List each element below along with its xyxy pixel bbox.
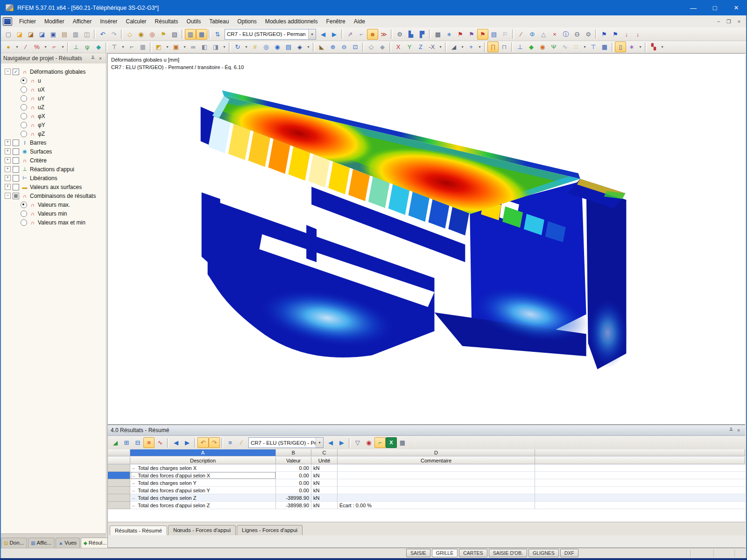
navigator-tab[interactable]: ▲ Vues	[56, 538, 80, 548]
separator[interactable]	[121, 29, 123, 39]
table-grid-toggle-icon[interactable]: ▦	[196, 29, 207, 40]
menu-item[interactable]: Aide	[350, 16, 369, 27]
find-in-table-icon[interactable]: ◉	[363, 437, 374, 448]
value-cell[interactable]: -38998.90	[276, 502, 311, 509]
jump-forward-icon[interactable]: ↷	[209, 437, 220, 448]
tree-item-valeurs-min[interactable]: ∩ Valeurs min	[2, 209, 106, 218]
section-cut-icon[interactable]: ∕	[515, 29, 527, 40]
stairs-results-icon[interactable]: ⌐	[356, 29, 367, 40]
reactions-display-icon[interactable]: Ψ	[548, 42, 559, 52]
value-cell[interactable]: 0.00	[276, 464, 311, 472]
separator[interactable]	[167, 438, 169, 448]
insert-flag-icon[interactable]: ⚑	[158, 29, 169, 40]
comment-cell[interactable]	[338, 487, 535, 494]
support-settings-icon[interactable]: ⌐	[126, 42, 137, 52]
minimize-button[interactable]: —	[683, 0, 704, 15]
print-icon[interactable]: ▥	[70, 29, 81, 40]
color-scale-icon[interactable]: ▚	[648, 42, 659, 52]
results-flag-active-icon[interactable]: ⚑	[477, 29, 488, 40]
frame-grid-icon[interactable]: ▦	[137, 42, 148, 52]
insert-solid-icon[interactable]: ◧	[199, 42, 210, 52]
open-project-icon[interactable]: ◪	[36, 29, 48, 40]
expand-icon[interactable]	[5, 166, 11, 172]
previous-loadcase-icon[interactable]: ◀	[317, 29, 329, 40]
zoom-window-icon[interactable]: ⊡	[350, 42, 361, 52]
partial-views-icon[interactable]: ∷	[571, 42, 582, 52]
find-line-icon[interactable]: ◉	[272, 42, 283, 52]
dropdown-caret-icon[interactable]: ▾	[437, 42, 444, 52]
calculation-settings-icon[interactable]: ⚙	[394, 29, 405, 40]
status-toggle-button[interactable]: CARTES	[459, 549, 487, 557]
mirror-copy-icon[interactable]: △	[538, 29, 549, 40]
checkbox-icon[interactable]	[13, 166, 19, 173]
separator[interactable]	[612, 42, 613, 52]
fe-mesh-icon[interactable]: ▩	[432, 29, 444, 40]
result-panels-icon[interactable]: ▛	[416, 29, 428, 40]
navigator-tab[interactable]: ▧ Affic...	[28, 538, 55, 548]
radio-selected-icon[interactable]	[21, 202, 27, 208]
result-beams-icon[interactable]: ▙	[405, 29, 416, 40]
table-view-icon[interactable]: ≡	[225, 437, 236, 448]
view-x-icon[interactable]: X	[393, 42, 404, 52]
description-cell[interactable]: –Total des forces d'appui selon Z	[130, 502, 276, 509]
column-header-c[interactable]: C	[311, 449, 338, 456]
select-window-icon[interactable]: ◣	[316, 42, 327, 52]
print-preview-icon[interactable]: ◫	[81, 29, 92, 40]
insert-node-icon[interactable]: ●	[3, 42, 14, 52]
comment-cell[interactable]	[338, 494, 535, 502]
comment-cell[interactable]	[338, 479, 535, 487]
unit-cell[interactable]: kN	[311, 502, 338, 509]
view-y-icon[interactable]: Y	[404, 42, 415, 52]
settings-gears-icon[interactable]: ⚙	[583, 29, 594, 40]
comment-cell[interactable]	[338, 472, 535, 479]
menu-item[interactable]: Options	[233, 16, 261, 27]
polyline-icon[interactable]: ⌐	[49, 42, 60, 52]
separator[interactable]	[511, 42, 513, 52]
tree-item-critere[interactable]: ∩ Critère	[2, 156, 106, 165]
status-toggle-button[interactable]: SAISIE	[406, 549, 430, 557]
chevron-down-icon[interactable]: ▾	[308, 29, 316, 39]
new-document-icon[interactable]: ▢	[3, 29, 14, 40]
table-row[interactable]: –Total des forces d'appui selon X 0.00 k…	[108, 472, 745, 479]
table-row[interactable]: –Total des forces d'appui selon Y 0.00 k…	[108, 487, 745, 494]
expand-icon[interactable]	[5, 175, 11, 181]
table-toggle-icon[interactable]: ▥	[185, 29, 196, 40]
dropdown-caret-icon[interactable]: ▾	[42, 42, 49, 52]
zoom-out-icon[interactable]: ⊖	[338, 42, 350, 52]
view-flag-1-icon[interactable]: ⚑	[599, 29, 610, 40]
dropdown-caret-icon[interactable]: ▾	[164, 42, 170, 52]
zoom-in-icon[interactable]: ⊕	[327, 42, 338, 52]
dropdown-caret-icon[interactable]: ▾	[459, 42, 465, 52]
view-minus-x-icon[interactable]: -X	[426, 42, 437, 52]
value-cell[interactable]: 0.00	[276, 472, 311, 479]
new-window-icon[interactable]: ▧	[169, 29, 180, 40]
row-header-cell[interactable]	[108, 464, 130, 472]
tree-item-barres[interactable]: I Barres	[2, 138, 106, 147]
status-toggle-button[interactable]: DXF	[560, 549, 578, 557]
row-header-cell[interactable]	[108, 502, 130, 509]
value-header[interactable]: Valeur	[276, 457, 311, 464]
navigator-tab[interactable]: ◆ Résul...	[81, 538, 110, 548]
next-loadcase-icon[interactable]: ▶	[329, 29, 340, 40]
edit-cell-icon[interactable]: ∕	[236, 437, 247, 448]
menu-item[interactable]: Calculer	[122, 16, 151, 27]
separator[interactable]	[150, 42, 152, 52]
insert-block-icon[interactable]: ◩	[153, 42, 164, 52]
dropdown-caret-icon[interactable]: ▾	[477, 42, 483, 52]
pin-icon[interactable]: ╨	[727, 427, 735, 433]
description-cell[interactable]: –Total des forces d'appui selon Y	[130, 487, 276, 494]
column-header-d[interactable]: D	[338, 449, 535, 456]
separator[interactable]	[341, 29, 343, 39]
insert-surface-icon[interactable]: ◆	[93, 42, 104, 52]
comment-cell[interactable]	[338, 464, 535, 472]
pin-icon[interactable]: ╨	[89, 56, 97, 61]
previous-loadcase-icon[interactable]: ◀	[325, 437, 336, 448]
history-clock-icon[interactable]: Θ	[571, 29, 583, 40]
insert-support-icon[interactable]: ⊤	[109, 42, 120, 52]
show-result-values-icon[interactable]: ☻	[367, 29, 378, 40]
load-case-combobox[interactable]: CR7 - ELU (STR/GEO) - Perman ▾	[225, 29, 316, 40]
insert-member-icon[interactable]: ⊥	[70, 42, 82, 52]
save-icon[interactable]: ▣	[48, 29, 59, 40]
menu-item[interactable]: Modules additionnels	[261, 16, 322, 27]
status-toggle-button[interactable]: SAISIE D'OB.	[489, 549, 527, 557]
